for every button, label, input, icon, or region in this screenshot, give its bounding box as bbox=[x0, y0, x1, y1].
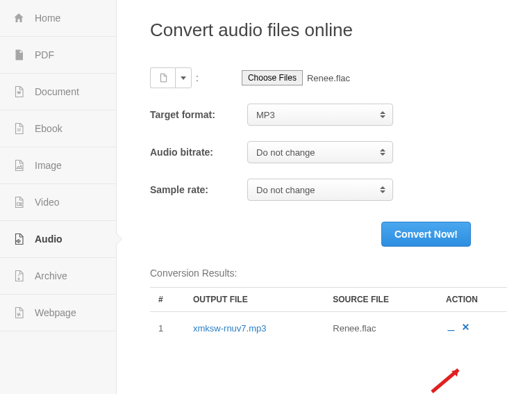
sidebar-item-label: Image bbox=[35, 160, 62, 171]
sidebar-item-label: Home bbox=[35, 13, 60, 24]
sidebar-item-label: Archive bbox=[35, 270, 67, 281]
target-format-row: Target format: MP3 bbox=[150, 104, 507, 126]
selected-file-name: Renee.flac bbox=[307, 73, 350, 83]
convert-now-button[interactable]: Convert Now! bbox=[381, 222, 471, 247]
file-source-button[interactable] bbox=[150, 67, 175, 88]
sample-rate-row: Sample rate: Do not change bbox=[150, 179, 507, 201]
image-file-icon bbox=[13, 159, 25, 172]
video-file-icon bbox=[13, 196, 25, 208]
archive-file-icon bbox=[13, 270, 25, 282]
document-file-icon bbox=[13, 85, 25, 98]
col-source: SOURCE FILE bbox=[324, 288, 438, 312]
home-icon bbox=[13, 12, 25, 24]
webpage-file-icon bbox=[13, 306, 25, 319]
col-output: OUTPUT FILE bbox=[185, 288, 324, 312]
table-row: 1 xmksw-rnuv7.mp3 Renee.flac bbox=[150, 312, 507, 345]
sidebar: Home PDF Document Ebook Image Video Audi… bbox=[0, 0, 117, 394]
colon: : bbox=[196, 72, 199, 83]
updown-icon bbox=[380, 111, 385, 118]
updown-icon bbox=[380, 149, 385, 156]
col-action: ACTION bbox=[438, 288, 507, 312]
main-content: Convert audio files online : Choose File… bbox=[117, 0, 532, 394]
sidebar-item-image[interactable]: Image bbox=[0, 147, 116, 184]
audio-file-icon bbox=[13, 233, 25, 245]
audio-bitrate-value: Do not change bbox=[256, 147, 315, 158]
choose-files-button[interactable]: Choose Files bbox=[242, 70, 303, 85]
file-source-group: : bbox=[150, 67, 201, 88]
audio-bitrate-select[interactable]: Do not change bbox=[247, 141, 393, 163]
sidebar-item-archive[interactable]: Archive bbox=[0, 258, 116, 295]
sidebar-item-label: Audio bbox=[35, 233, 63, 245]
sample-rate-value: Do not change bbox=[256, 185, 315, 195]
source-file-name: Renee.flac bbox=[324, 312, 438, 345]
sidebar-item-ebook[interactable]: Ebook bbox=[0, 110, 116, 147]
target-format-value: MP3 bbox=[256, 110, 275, 120]
sidebar-item-pdf[interactable]: PDF bbox=[0, 37, 116, 74]
sidebar-item-label: Video bbox=[35, 197, 60, 208]
sidebar-item-video[interactable]: Video bbox=[0, 184, 116, 221]
audio-bitrate-label: Audio bitrate: bbox=[150, 147, 247, 158]
updown-icon bbox=[380, 186, 385, 193]
row-index: 1 bbox=[150, 312, 185, 345]
file-source-dropdown[interactable] bbox=[175, 67, 192, 88]
download-icon[interactable] bbox=[446, 322, 456, 332]
caret-down-icon bbox=[181, 76, 186, 80]
results-table: # OUTPUT FILE SOURCE FILE ACTION 1 xmksw… bbox=[150, 287, 507, 344]
sidebar-item-label: PDF bbox=[35, 49, 54, 60]
sidebar-item-document[interactable]: Document bbox=[0, 74, 116, 110]
sidebar-item-webpage[interactable]: Webpage bbox=[0, 295, 116, 331]
results-title: Conversion Results: bbox=[150, 268, 507, 279]
sidebar-item-label: Document bbox=[35, 86, 79, 97]
pdf-file-icon bbox=[13, 49, 25, 61]
output-file-link[interactable]: xmksw-rnuv7.mp3 bbox=[193, 323, 266, 334]
sample-rate-select[interactable]: Do not change bbox=[247, 179, 393, 201]
col-index: # bbox=[150, 288, 185, 312]
sidebar-item-label: Ebook bbox=[35, 123, 63, 134]
audio-bitrate-row: Audio bitrate: Do not change bbox=[150, 141, 507, 163]
sidebar-item-label: Webpage bbox=[35, 307, 76, 318]
file-input-row: : Choose Files Renee.flac bbox=[150, 67, 507, 88]
delete-icon[interactable] bbox=[460, 322, 471, 332]
page-title: Convert audio files online bbox=[150, 19, 507, 41]
sidebar-item-audio[interactable]: Audio bbox=[0, 221, 116, 258]
sample-rate-label: Sample rate: bbox=[150, 184, 247, 195]
ebook-file-icon bbox=[13, 122, 25, 135]
target-format-label: Target format: bbox=[150, 109, 247, 120]
target-format-select[interactable]: MP3 bbox=[247, 104, 393, 126]
sidebar-item-home[interactable]: Home bbox=[0, 0, 116, 37]
